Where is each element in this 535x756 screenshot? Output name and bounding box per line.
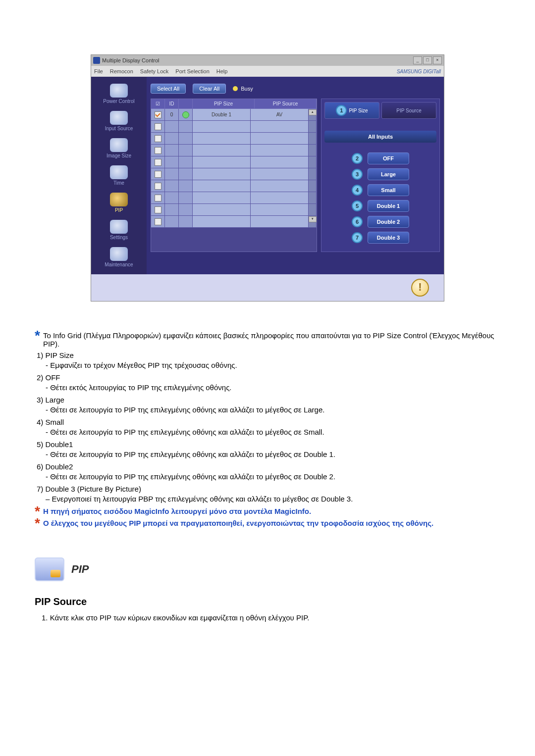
star-icon: * bbox=[35, 507, 40, 516]
option-double1[interactable]: 5 Double 1 bbox=[352, 200, 409, 212]
badge-1: 1 bbox=[336, 105, 347, 116]
option-large[interactable]: 3 Large bbox=[352, 168, 409, 180]
power-icon bbox=[110, 84, 128, 98]
tab-pip-source[interactable]: PIP Source bbox=[381, 102, 436, 119]
window-title: Multiple Display Control bbox=[102, 57, 160, 63]
sidebar-item-label: PIP bbox=[115, 207, 123, 213]
item-3-desc: - Θέτει σε λειτουργία το PIP της επιλεγμ… bbox=[35, 405, 500, 414]
main-area: Select All Clear All Busy ☑ ID PIP Size bbox=[147, 77, 444, 274]
select-all-button[interactable]: Select All bbox=[151, 84, 186, 94]
item-5-desc: - Θέτει σε λειτουργία το PIP της επιλεγμ… bbox=[35, 450, 500, 458]
col-check[interactable]: ☑ bbox=[151, 99, 165, 109]
tab-pip-size[interactable]: 1 PIP Size bbox=[324, 102, 379, 119]
row-pip-source: AV bbox=[251, 109, 309, 121]
col-id: ID bbox=[165, 99, 179, 109]
table-row[interactable] bbox=[151, 168, 317, 180]
scroll-down-icon[interactable]: ▾ bbox=[309, 216, 317, 222]
badge-5: 5 bbox=[352, 201, 363, 211]
sidebar-item-label: Input Source bbox=[105, 126, 133, 131]
minimize-button[interactable]: _ bbox=[413, 56, 422, 64]
option-small[interactable]: 4 Small bbox=[352, 184, 409, 196]
sidebar-item-time[interactable]: Time bbox=[92, 163, 146, 188]
table-row[interactable] bbox=[151, 192, 317, 204]
menu-file[interactable]: File bbox=[94, 68, 103, 74]
sidebar-item-power-control[interactable]: Power Control bbox=[92, 82, 146, 106]
clear-all-button[interactable]: Clear All bbox=[193, 84, 226, 94]
busy-label: Busy bbox=[241, 86, 253, 92]
pip-section-icon bbox=[35, 557, 64, 581]
scroll-up-icon[interactable]: ▴ bbox=[309, 109, 317, 115]
app-window: Multiple Display Control _ □ × File Remo… bbox=[91, 54, 444, 302]
option-double3[interactable]: 7 Double 3 bbox=[352, 232, 409, 244]
menu-safety-lock[interactable]: Safety Lock bbox=[140, 68, 168, 74]
item-1-heading: 1) PIP Size bbox=[35, 351, 500, 359]
row-id: 0 bbox=[165, 109, 179, 121]
option-off[interactable]: 2 OFF bbox=[352, 152, 409, 164]
item-7-desc: – Ενεργοποιεί τη λειτουργία PBP της επιλ… bbox=[35, 495, 500, 503]
table-row[interactable] bbox=[151, 121, 317, 133]
col-pip-source: PIP Source bbox=[255, 99, 317, 109]
note-power: Ο έλεγχος του μεγέθους PIP μπορεί να πρα… bbox=[43, 519, 500, 527]
menu-remocon[interactable]: Remocon bbox=[110, 68, 133, 74]
item-7-heading: 7) Double 3 (Picture By Picture) bbox=[35, 485, 500, 493]
scrollbar[interactable]: ▴ bbox=[309, 109, 317, 121]
item-2-desc: - Θέτει εκτός λειτουργίας το PIP της επι… bbox=[35, 383, 500, 392]
small-button[interactable]: Small bbox=[368, 184, 409, 196]
item-3-heading: 3) Large bbox=[35, 396, 500, 404]
sidebar-item-settings[interactable]: Settings bbox=[92, 218, 146, 242]
row-checkbox[interactable] bbox=[151, 109, 165, 121]
item-6-heading: 6) Double2 bbox=[35, 462, 500, 471]
table-row[interactable] bbox=[151, 180, 317, 192]
explanation-block: * Το Info Grid (Πλέγμα Πληροφοριών) εμφα… bbox=[35, 331, 500, 528]
sidebar-item-label: Maintenance bbox=[105, 262, 133, 267]
sidebar-item-label: Settings bbox=[110, 235, 128, 240]
large-button[interactable]: Large bbox=[368, 168, 409, 180]
sidebar-item-pip[interactable]: PIP bbox=[92, 191, 146, 215]
time-icon bbox=[110, 165, 128, 179]
input-source-icon bbox=[110, 111, 128, 125]
table-row[interactable] bbox=[151, 204, 317, 216]
item-4-desc: - Θέτει σε λειτουργία το PIP της επιλεγμ… bbox=[35, 428, 500, 436]
close-button[interactable]: × bbox=[433, 56, 442, 64]
table-row[interactable] bbox=[151, 133, 317, 145]
image-size-icon bbox=[110, 138, 128, 152]
sidebar-item-input-source[interactable]: Input Source bbox=[92, 109, 146, 133]
warning-icon: ! bbox=[411, 279, 429, 297]
sidebar-item-maintenance[interactable]: Maintenance bbox=[92, 245, 146, 269]
badge-2: 2 bbox=[352, 153, 363, 164]
note-magicinfo: Η πηγή σήματος εισόδου MagicInfo λειτουρ… bbox=[43, 507, 500, 515]
app-icon bbox=[93, 57, 100, 64]
badge-6: 6 bbox=[352, 216, 363, 227]
double3-button[interactable]: Double 3 bbox=[368, 232, 409, 244]
sidebar-item-label: Time bbox=[113, 180, 124, 186]
intro-text: Το Info Grid (Πλέγμα Πληροφοριών) εμφανί… bbox=[43, 331, 500, 348]
subheading-pip-source: PIP Source bbox=[35, 596, 500, 607]
maximize-button[interactable]: □ bbox=[423, 56, 432, 64]
item-5-heading: 5) Double1 bbox=[35, 440, 500, 449]
table-row[interactable] bbox=[151, 145, 317, 156]
off-button[interactable]: OFF bbox=[368, 152, 409, 164]
star-icon: * bbox=[35, 519, 40, 528]
info-grid: ☑ ID PIP Size PIP Source 0 Double 1 AV bbox=[151, 99, 317, 252]
table-row[interactable] bbox=[151, 156, 317, 168]
sidebar-item-label: Power Control bbox=[103, 99, 134, 104]
double1-button[interactable]: Double 1 bbox=[368, 200, 409, 212]
menu-bar: File Remocon Safety Lock Port Selection … bbox=[91, 66, 444, 77]
sidebar-item-image-size[interactable]: Image Size bbox=[92, 136, 146, 160]
badge-7: 7 bbox=[352, 232, 363, 243]
double2-button[interactable]: Double 2 bbox=[368, 216, 409, 228]
menu-port-selection[interactable]: Port Selection bbox=[175, 68, 209, 74]
pip-size-options: 2 OFF 3 Large 4 Small bbox=[324, 152, 436, 249]
row-pip-size: Double 1 bbox=[193, 109, 251, 121]
row-status-icon bbox=[179, 109, 193, 121]
item-2-heading: 2) OFF bbox=[35, 373, 500, 382]
menu-help[interactable]: Help bbox=[216, 68, 228, 74]
settings-icon bbox=[110, 220, 128, 234]
badge-3: 3 bbox=[352, 169, 363, 180]
table-row[interactable]: ▾ bbox=[151, 216, 317, 228]
busy-indicator: Busy bbox=[233, 86, 253, 92]
option-double2[interactable]: 6 Double 2 bbox=[352, 216, 409, 228]
item-6-desc: - Θέτει σε λειτουργία το PIP της επιλεγμ… bbox=[35, 472, 500, 481]
brand-label: SAMSUNG DIGITall bbox=[397, 69, 441, 74]
table-row[interactable]: 0 Double 1 AV ▴ bbox=[151, 109, 317, 121]
